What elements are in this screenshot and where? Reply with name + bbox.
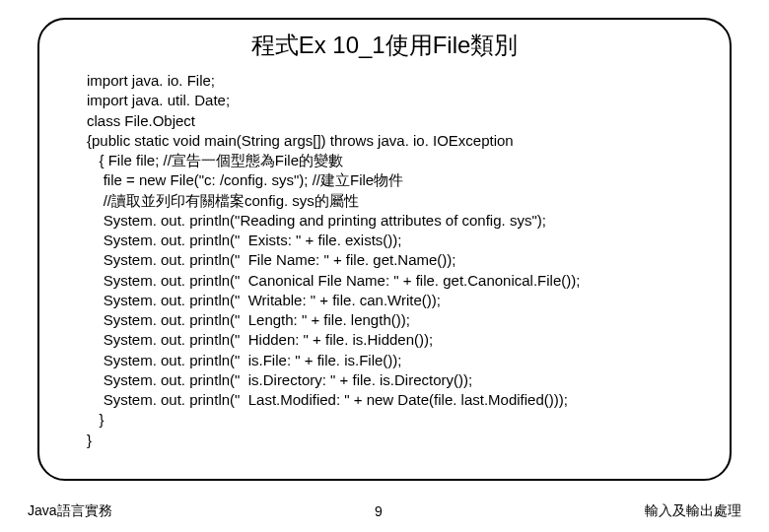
footer-left: Java語言實務	[28, 502, 112, 520]
slide-title: 程式Ex 10_1使用File類別	[59, 30, 710, 61]
slide-frame: 程式Ex 10_1使用File類別 import java. io. File;…	[37, 18, 732, 481]
footer-page-number: 9	[112, 503, 645, 519]
code-block: import java. io. File; import java. util…	[59, 71, 710, 450]
footer: Java語言實務 9 輸入及輸出處理	[0, 502, 769, 520]
footer-right: 輸入及輸出處理	[645, 502, 741, 520]
